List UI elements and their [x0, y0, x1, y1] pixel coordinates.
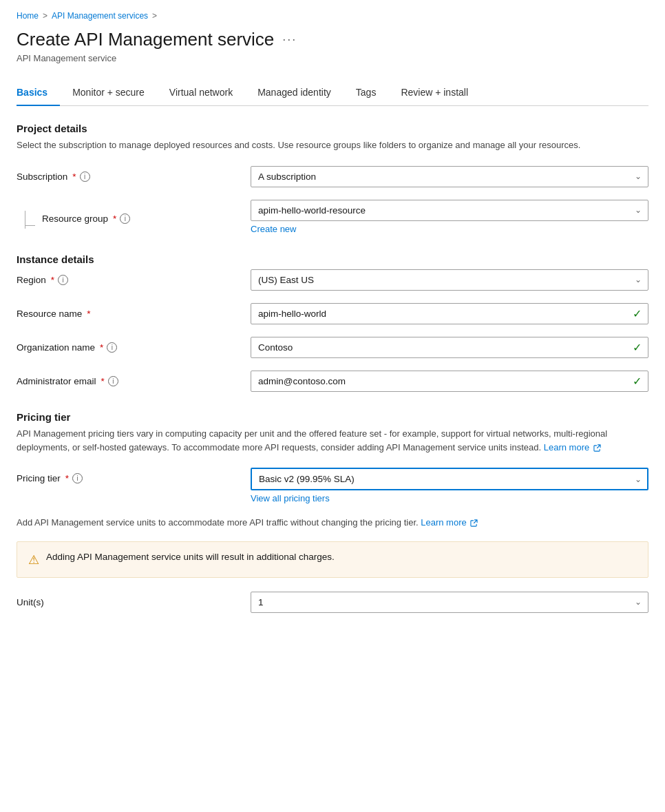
- org-name-input-wrapper: ✓: [251, 337, 648, 358]
- admin-email-required: *: [101, 376, 105, 386]
- resource-group-label-col: Resource group * i: [17, 200, 251, 229]
- region-select-wrapper: (US) East US ⌄: [251, 269, 648, 291]
- resource-name-label: Resource name *: [17, 309, 251, 319]
- org-name-required: *: [100, 342, 103, 353]
- admin-email-label: Administrator email * i: [17, 376, 251, 386]
- tab-basics[interactable]: Basics: [17, 80, 60, 106]
- region-required: *: [51, 275, 54, 285]
- page-subtitle: API Management service: [17, 53, 648, 63]
- tab-review[interactable]: Review + install: [388, 80, 481, 106]
- instance-details-section: Instance details Region * i (US) East US…: [17, 253, 648, 392]
- units-row: Unit(s) 1 2 3 4 5 ⌄: [17, 592, 648, 613]
- project-details-section: Project details Select the subscription …: [17, 123, 648, 234]
- resource-name-input[interactable]: [251, 303, 648, 324]
- breadcrumb: Home > API Management services >: [17, 11, 648, 21]
- resource-name-check-icon: ✓: [633, 307, 642, 320]
- resource-group-info-icon[interactable]: i: [120, 214, 130, 224]
- region-control: (US) East US ⌄: [251, 269, 648, 291]
- units-control: 1 2 3 4 5 ⌄: [251, 592, 648, 613]
- pricing-tier-info-icon[interactable]: i: [72, 473, 83, 483]
- project-details-title: Project details: [17, 123, 648, 134]
- region-row: Region * i (US) East US ⌄: [17, 269, 648, 291]
- units-label: Unit(s): [17, 597, 251, 607]
- pricing-tier-desc: API Management pricing tiers vary in com…: [17, 427, 648, 456]
- warning-box: ⚠ Adding API Management service units wi…: [17, 541, 648, 578]
- subscription-label-col: Subscription * i: [17, 166, 251, 182]
- page-title: Create API Management service: [17, 29, 274, 50]
- breadcrumb-services[interactable]: API Management services: [52, 11, 148, 21]
- subscription-row: Subscription * i A subscription ⌄: [17, 166, 648, 187]
- resource-group-indent: Resource group * i: [17, 205, 251, 229]
- instance-details-title: Instance details: [17, 253, 648, 265]
- admin-email-input[interactable]: [251, 371, 648, 392]
- resource-group-select[interactable]: apim-hello-world-resource: [251, 200, 648, 221]
- subscription-required: *: [72, 171, 76, 182]
- pricing-tier-control: Basic v2 (99.95% SLA) Developer Basic St…: [251, 468, 648, 503]
- subscription-select-wrapper: A subscription ⌄: [251, 166, 648, 187]
- admin-email-info-icon[interactable]: i: [108, 376, 118, 386]
- resource-group-label: Resource group * i: [42, 211, 130, 224]
- breadcrumb-home[interactable]: Home: [17, 11, 39, 21]
- units-info-text: Add API Management service units to acco…: [17, 516, 648, 530]
- resource-name-input-wrapper: ✓: [251, 303, 648, 324]
- tab-monitor[interactable]: Monitor + secure: [60, 80, 157, 106]
- create-new-link[interactable]: Create new: [251, 224, 648, 234]
- tab-tags[interactable]: Tags: [344, 80, 389, 106]
- admin-email-control: ✓: [251, 371, 648, 392]
- units-select-wrapper: 1 2 3 4 5 ⌄: [251, 592, 648, 613]
- org-name-control: ✓: [251, 337, 648, 358]
- pricing-tier-label: Pricing tier * i: [17, 473, 251, 483]
- org-name-label-col: Organization name * i: [17, 337, 251, 353]
- resource-name-required: *: [87, 309, 90, 319]
- page-title-container: Create API Management service ···: [17, 29, 648, 50]
- subscription-select[interactable]: A subscription: [251, 166, 648, 187]
- org-name-check-icon: ✓: [633, 341, 642, 354]
- warning-icon: ⚠: [28, 552, 39, 568]
- breadcrumb-sep1: >: [43, 11, 48, 21]
- org-name-label: Organization name * i: [17, 342, 251, 353]
- resource-name-control: ✓: [251, 303, 648, 324]
- org-name-row: Organization name * i ✓: [17, 337, 648, 358]
- pricing-tier-section: Pricing tier API Management pricing tier…: [17, 411, 648, 613]
- resource-name-label-col: Resource name *: [17, 303, 251, 319]
- view-all-pricing-link[interactable]: View all pricing tiers: [251, 493, 648, 503]
- resource-group-required: *: [113, 214, 116, 224]
- region-label: Region * i: [17, 275, 251, 285]
- units-learn-more-link[interactable]: Learn more: [421, 517, 478, 528]
- admin-email-input-wrapper: ✓: [251, 371, 648, 392]
- pricing-learn-more-link[interactable]: Learn more: [544, 442, 601, 452]
- breadcrumb-sep2: >: [152, 11, 157, 21]
- pricing-tier-row: Pricing tier * i Basic v2 (99.95% SLA) D…: [17, 468, 648, 503]
- resource-group-row: Resource group * i apim-hello-world-reso…: [17, 200, 648, 234]
- admin-email-row: Administrator email * i ✓: [17, 371, 648, 392]
- subscription-control: A subscription ⌄: [251, 166, 648, 187]
- tab-vnet[interactable]: Virtual network: [157, 80, 245, 106]
- region-label-col: Region * i: [17, 269, 251, 285]
- org-name-info-icon[interactable]: i: [107, 342, 117, 353]
- region-select[interactable]: (US) East US: [251, 269, 648, 291]
- pricing-tier-label-col: Pricing tier * i: [17, 468, 251, 483]
- admin-email-check-icon: ✓: [633, 375, 642, 388]
- indent-line: [17, 211, 35, 229]
- pricing-tier-required: *: [65, 473, 69, 483]
- resource-group-select-wrapper: apim-hello-world-resource ⌄: [251, 200, 648, 221]
- pricing-tier-select[interactable]: Basic v2 (99.95% SLA) Developer Basic St…: [251, 468, 648, 490]
- units-select[interactable]: 1 2 3 4 5: [251, 592, 648, 613]
- more-options-button[interactable]: ···: [282, 32, 297, 47]
- region-info-icon[interactable]: i: [58, 275, 68, 285]
- tab-identity[interactable]: Managed identity: [245, 80, 344, 106]
- units-label-col: Unit(s): [17, 592, 251, 607]
- pricing-tier-title: Pricing tier: [17, 411, 648, 423]
- resource-name-row: Resource name * ✓: [17, 303, 648, 324]
- admin-email-label-col: Administrator email * i: [17, 371, 251, 386]
- org-name-input[interactable]: [251, 337, 648, 358]
- project-details-desc: Select the subscription to manage deploy…: [17, 138, 648, 152]
- subscription-label: Subscription * i: [17, 171, 251, 182]
- tab-bar: Basics Monitor + secure Virtual network …: [17, 80, 648, 106]
- warning-text: Adding API Management service units will…: [46, 552, 335, 562]
- resource-group-control: apim-hello-world-resource ⌄ Create new: [251, 200, 648, 234]
- pricing-tier-select-wrapper: Basic v2 (99.95% SLA) Developer Basic St…: [251, 468, 648, 490]
- subscription-info-icon[interactable]: i: [80, 171, 90, 182]
